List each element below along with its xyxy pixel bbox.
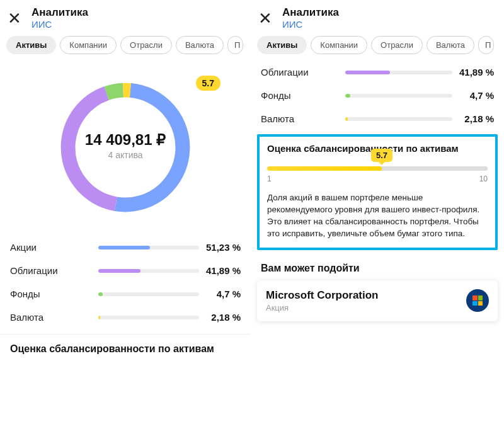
page-title: Аналитика: [32, 6, 88, 19]
asset-pct: 2,18 %: [457, 113, 494, 124]
balance-score-badge[interactable]: 5.7: [196, 76, 220, 91]
asset-pct: 4,7 %: [204, 289, 241, 299]
asset-row-funds[interactable]: Фонды 4,7 %: [10, 282, 241, 306]
account-subtitle[interactable]: ИИС: [32, 19, 88, 30]
asset-bar: [98, 269, 199, 273]
suggestion-name: Microsoft Corporation: [266, 289, 379, 302]
assets-count-label: 4 актива: [85, 150, 166, 160]
balance-scale-labels: 1 10: [267, 175, 488, 183]
asset-pct: 4,7 %: [457, 90, 494, 101]
suggestion-text: Microsoft Corporation Акция: [266, 289, 379, 312]
suggestion-card[interactable]: Microsoft Corporation Акция: [257, 280, 498, 321]
tab-companies[interactable]: Компании: [60, 36, 117, 54]
asset-pct: 41,89 %: [204, 265, 241, 276]
close-icon[interactable]: ✕: [258, 6, 272, 26]
tab-overflow[interactable]: П: [478, 36, 494, 54]
suggestions-header: Вам может подойти: [251, 256, 504, 280]
tab-overflow[interactable]: П: [227, 36, 243, 54]
asset-pct: 2,18 %: [204, 312, 241, 323]
asset-pct: 41,89 %: [457, 67, 494, 77]
asset-name: Фонды: [261, 90, 340, 101]
balance-section-title: Оценка сбалансированности по активам: [0, 335, 251, 357]
panel-analytics-detail: ✕ Аналитика ИИС Активы Компании Отрасли …: [251, 0, 504, 424]
asset-name: Валюта: [10, 312, 93, 323]
suggestion-type: Акция: [266, 303, 379, 312]
balance-scale: 5.7 1 10: [267, 166, 488, 183]
tab-currency[interactable]: Валюта: [176, 36, 224, 54]
tab-companies[interactable]: Компании: [311, 36, 367, 54]
asset-row-currency[interactable]: Валюта 2,18 %: [261, 107, 494, 130]
asset-name: Облигации: [261, 67, 340, 77]
asset-name: Валюта: [261, 113, 340, 124]
scale-min-label: 1: [267, 175, 272, 183]
asset-bar: [345, 94, 452, 98]
asset-row-funds[interactable]: Фонды 4,7 %: [261, 84, 494, 107]
header: ✕ Аналитика ИИС: [251, 0, 504, 33]
header-title-block: Аналитика ИИС: [282, 6, 339, 30]
donut-center: 14 409,81 ₽ 4 актива: [85, 131, 166, 160]
balance-scale-badge: 5.7: [371, 149, 392, 162]
tab-sectors[interactable]: Отрасли: [120, 36, 172, 54]
tab-currency[interactable]: Валюта: [427, 36, 474, 54]
close-icon[interactable]: ✕: [8, 6, 21, 26]
asset-bar: [98, 246, 199, 249]
asset-name: Акции: [10, 242, 93, 253]
asset-bar: [345, 117, 452, 121]
asset-row-bonds[interactable]: Облигации 41,89 %: [10, 259, 241, 282]
tab-assets[interactable]: Активы: [257, 36, 307, 54]
asset-bar: [98, 316, 199, 319]
asset-allocation-list: Акции 51,23 % Облигации 41,89 % Фонды 4,…: [0, 227, 251, 329]
donut-chart-wrap: 5.7 14 409,81 ₽ 4 актива: [0, 60, 251, 227]
header-title-block: Аналитика ИИС: [32, 6, 88, 30]
tab-sectors[interactable]: Отрасли: [371, 36, 423, 54]
tabs-row: Активы Компании Отрасли Валюта П: [251, 33, 504, 60]
asset-row-currency[interactable]: Валюта 2,18 %: [10, 306, 241, 329]
page-title: Аналитика: [282, 6, 339, 19]
balance-score-card: Оценка сбалансированности по активам 5.7…: [257, 134, 498, 250]
asset-row-stocks[interactable]: Акции 51,23 %: [10, 236, 241, 259]
tab-assets[interactable]: Активы: [6, 36, 56, 54]
asset-row-bonds[interactable]: Облигации 41,89 %: [261, 60, 494, 84]
header: ✕ Аналитика ИИС: [0, 0, 251, 33]
asset-pct: 51,23 %: [204, 242, 241, 253]
tabs-row: Активы Компании Отрасли Валюта П: [0, 33, 251, 60]
asset-allocation-list: Облигации 41,89 % Фонды 4,7 % Валюта 2,1…: [251, 60, 504, 130]
asset-bar: [98, 292, 199, 296]
asset-name: Облигации: [10, 265, 93, 276]
portfolio-amount: 14 409,81 ₽: [85, 131, 166, 149]
scale-max-label: 10: [479, 175, 488, 183]
asset-name: Фонды: [10, 289, 93, 299]
balance-scale-track: [267, 166, 488, 171]
account-subtitle[interactable]: ИИС: [282, 19, 339, 30]
balance-card-text: Доля акций в вашем портфеле меньше реком…: [267, 192, 488, 240]
balance-scale-fill: [267, 166, 382, 171]
panel-analytics-overview: ✕ Аналитика ИИС Активы Компании Отрасли …: [0, 0, 251, 424]
asset-bar: [345, 71, 452, 74]
microsoft-logo-icon: [466, 289, 489, 312]
